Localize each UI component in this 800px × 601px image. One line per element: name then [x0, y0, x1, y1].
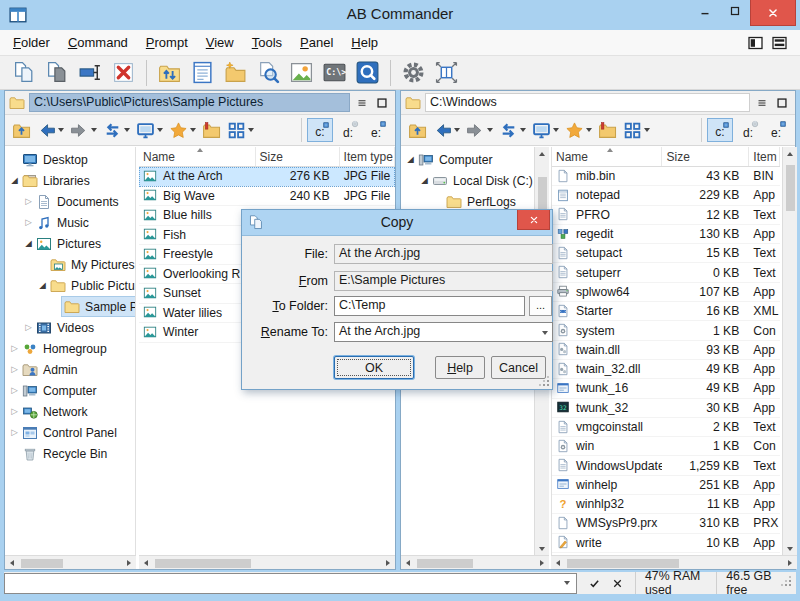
- window-resize-grip[interactable]: [784, 576, 792, 587]
- tree-item-homegroup[interactable]: ▷Homegroup: [5, 338, 135, 359]
- menu-prompt[interactable]: Prompt: [137, 31, 197, 54]
- new-folder-button[interactable]: [219, 58, 252, 88]
- scroll-left-icon[interactable]: [5, 556, 19, 569]
- chevron-down-icon[interactable]: [586, 128, 592, 132]
- column-header-size[interactable]: Size: [662, 147, 749, 166]
- chevron-down-icon[interactable]: [58, 128, 64, 132]
- ok-button[interactable]: OK: [334, 356, 414, 379]
- file-row-vmgcoinstall[interactable]: vmgcoinstall2 KBText: [552, 418, 780, 437]
- panel-menu-button[interactable]: [353, 94, 371, 112]
- command-input[interactable]: [4, 573, 577, 594]
- file-row-setupact[interactable]: setupact15 KBText: [552, 244, 780, 263]
- scroll-right-icon[interactable]: [783, 556, 797, 569]
- tree-item-recycle-bin[interactable]: Recycle Bin: [5, 443, 135, 464]
- file-row-twunk-16[interactable]: twunk_1649 KBApp: [552, 379, 780, 398]
- menu-tools[interactable]: Tools: [243, 31, 291, 54]
- expand-closed-icon[interactable]: ▷: [9, 407, 20, 416]
- scroll-thumb[interactable]: [786, 165, 795, 211]
- tree-item-pictures[interactable]: ◢Pictures: [5, 233, 135, 254]
- expand-closed-icon[interactable]: ▷: [23, 323, 34, 332]
- swap-refresh-button[interactable]: [496, 117, 529, 143]
- scroll-down-icon[interactable]: [535, 542, 549, 555]
- horizontal-scrollbar[interactable]: [139, 555, 395, 569]
- expand-closed-icon[interactable]: ▷: [9, 344, 20, 353]
- tree-item-public-pictures[interactable]: ◢Public Pictures: [5, 275, 135, 296]
- expand-window-button[interactable]: [430, 58, 463, 88]
- drive-c[interactable]: c:: [707, 118, 733, 142]
- file-row-regedit[interactable]: regedit130 KBApp: [552, 225, 780, 244]
- column-header-size[interactable]: Size: [256, 147, 340, 166]
- back-button[interactable]: [34, 117, 67, 143]
- dialog-resize-grip[interactable]: [539, 376, 550, 387]
- chevron-down-icon[interactable]: [157, 128, 163, 132]
- file-row-win[interactable]: win1 KBCon: [552, 437, 780, 456]
- dialog-close-button[interactable]: [517, 210, 550, 230]
- expand-open-icon[interactable]: ◢: [9, 176, 20, 185]
- tree-item-network[interactable]: ▷Network: [5, 401, 135, 422]
- expand-closed-icon[interactable]: ▷: [9, 386, 20, 395]
- text-editor-button[interactable]: [186, 58, 219, 88]
- menu-help[interactable]: Help: [342, 31, 387, 54]
- scroll-right-icon[interactable]: [122, 556, 136, 569]
- tree-item-documents[interactable]: ▷Documents: [5, 191, 135, 212]
- expand-closed-icon[interactable]: ▷: [23, 218, 34, 227]
- menu-panel[interactable]: Panel: [291, 31, 342, 54]
- right-path[interactable]: C:\Windows: [425, 93, 750, 112]
- file-row-at-the-arch[interactable]: At the Arch276 KBJPG File: [139, 167, 395, 187]
- chevron-down-icon[interactable]: [553, 128, 559, 132]
- forward-button[interactable]: [463, 117, 496, 143]
- horizontal-scrollbar[interactable]: [5, 555, 136, 569]
- scroll-thumb[interactable]: [567, 559, 679, 568]
- tree-item-sample-pictures[interactable]: Sample Pictures: [5, 296, 135, 317]
- scroll-up-icon[interactable]: [535, 147, 549, 160]
- view-grid-button[interactable]: [620, 117, 653, 143]
- chevron-down-icon[interactable]: [487, 128, 493, 132]
- maximize-button[interactable]: [720, 0, 750, 22]
- tree-item-videos[interactable]: ▷Videos: [5, 317, 135, 338]
- scroll-left-icon[interactable]: [401, 556, 415, 569]
- parent-folder-button[interactable]: [405, 117, 430, 143]
- panel-maximize-button[interactable]: [773, 94, 791, 112]
- tree-item-desktop[interactable]: Desktop: [5, 149, 135, 170]
- menu-command[interactable]: Command: [59, 31, 137, 54]
- swap-panels-button[interactable]: [153, 58, 186, 88]
- expand-open-icon[interactable]: ◢: [37, 281, 48, 290]
- chevron-down-icon[interactable]: [520, 128, 526, 132]
- chevron-down-icon[interactable]: [190, 128, 196, 132]
- tree-item-music[interactable]: ▷Music: [5, 212, 135, 233]
- tree-item-computer[interactable]: ▷Computer: [5, 380, 135, 401]
- browse-button[interactable]: ...: [529, 296, 552, 316]
- tree-item-my-pictures[interactable]: My Pictures: [5, 254, 135, 275]
- file-row-twunk-32[interactable]: 32twunk_3230 KBApp: [552, 399, 780, 418]
- chevron-down-icon[interactable]: [454, 128, 460, 132]
- expand-open-icon[interactable]: ◢: [419, 176, 430, 185]
- scroll-left-icon[interactable]: [139, 556, 153, 569]
- command-prompt-button[interactable]: C:\>: [318, 58, 351, 88]
- file-row-winhlp32[interactable]: ?winhlp3211 KBApp: [552, 495, 780, 514]
- favorites-button[interactable]: [166, 117, 199, 143]
- file-row-twain-32-dll[interactable]: twain_32.dll49 KBApp: [552, 360, 780, 379]
- chevron-down-icon[interactable]: [248, 128, 254, 132]
- panel-maximize-button[interactable]: [373, 94, 391, 112]
- copy-button[interactable]: [8, 58, 41, 88]
- drive-d[interactable]: d:: [735, 118, 761, 142]
- display-button[interactable]: [133, 117, 166, 143]
- file-row-system[interactable]: system1 KBCon: [552, 321, 780, 340]
- close-button[interactable]: [750, 0, 796, 26]
- chevron-down-icon[interactable]: [124, 128, 130, 132]
- scroll-thumb[interactable]: [21, 559, 63, 568]
- file-row-notepad[interactable]: notepad229 KBApp: [552, 186, 780, 205]
- parent-folder-button[interactable]: [9, 117, 34, 143]
- split-horizontal-button[interactable]: [771, 35, 788, 51]
- file-row-pfro[interactable]: PFRO12 KBText: [552, 206, 780, 225]
- rename-button[interactable]: [74, 58, 107, 88]
- column-header-item-type[interactable]: Item type: [749, 147, 780, 166]
- swap-refresh-button[interactable]: [100, 117, 133, 143]
- file-row-write[interactable]: write10 KBApp: [552, 534, 780, 553]
- rename-to-field[interactable]: At the Arch.jpg: [334, 322, 553, 342]
- tree-item-control-panel[interactable]: ▷Control Panel: [5, 422, 135, 443]
- file-row-big-wave[interactable]: Big Wave240 KBJPG File: [139, 187, 395, 207]
- expand-open-icon[interactable]: ◢: [23, 239, 34, 248]
- file-row-starter[interactable]: Starter16 KBXML: [552, 302, 780, 321]
- display-button[interactable]: [529, 117, 562, 143]
